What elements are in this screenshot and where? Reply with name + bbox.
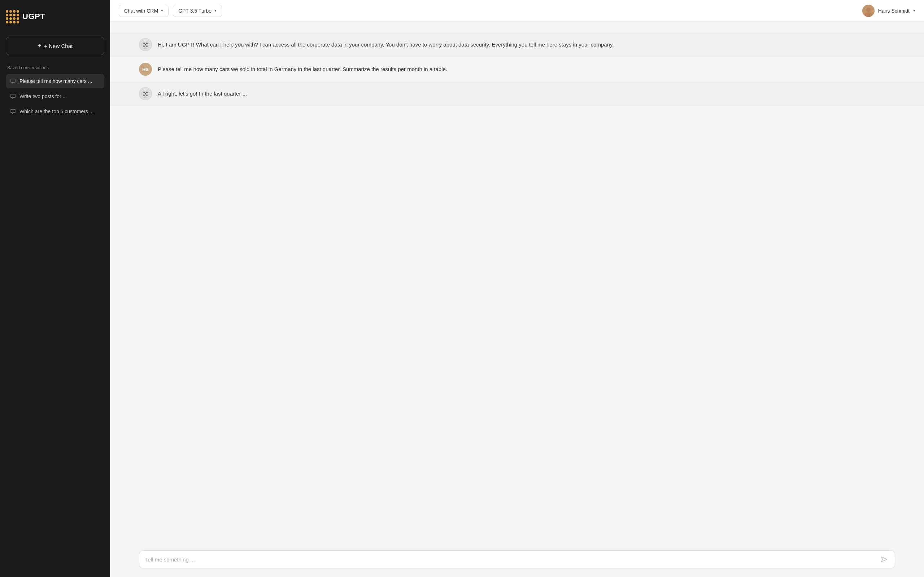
message-content: Please tell me how many cars we sold in … [158,63,895,74]
conversation-label: Please tell me how many cars ... [19,78,92,84]
ugpt-bot-icon [142,41,149,49]
svg-point-7 [143,45,145,47]
plus-icon: + [37,42,42,50]
svg-point-10 [143,92,145,93]
conversation-list: Please tell me how many cars ... Write t… [6,74,104,119]
new-chat-label: + New Chat [44,43,73,49]
chat-mode-label: Chat with CRM [124,8,158,14]
logo-icon [6,10,19,23]
user-avatar-message: HS [139,63,152,76]
svg-point-14 [146,95,148,96]
logo-text: UGPT [23,12,45,21]
user-avatar [862,5,874,17]
conversation-label: Write two posts for ... [19,93,67,99]
conversation-item[interactable]: Write two posts for ... [6,89,104,103]
model-chevron-icon: ▾ [215,8,216,13]
svg-point-6 [145,44,146,45]
header-left: Chat with CRM ▾ GPT-3.5 Turbo ▾ [119,5,222,17]
svg-point-1 [866,8,871,12]
chat-input[interactable] [145,555,879,564]
svg-point-4 [143,43,145,44]
message-row: HS Please tell me how many cars we sold … [110,57,924,82]
new-chat-button[interactable]: + + New Chat [6,37,104,55]
message-content: All right, let's go! In the last quarter… [158,87,895,98]
chat-mode-chevron-icon: ▾ [161,8,163,13]
bot-avatar-message [139,87,152,100]
model-label: GPT-3.5 Turbo [178,8,212,14]
logo-area: UGPT [6,7,104,26]
svg-point-13 [143,95,145,96]
model-dropdown[interactable]: GPT-3.5 Turbo ▾ [173,5,222,17]
chat-icon [10,93,16,99]
svg-point-8 [146,45,148,47]
message-row: Hi, I am UGPT! What can I help you with?… [110,32,924,57]
bot-avatar-message [139,38,152,51]
ugpt-bot-icon [142,90,149,98]
user-menu[interactable]: Hans Schmidt ▾ [862,5,915,17]
message-content: Hi, I am UGPT! What can I help you with?… [158,38,895,49]
send-icon [880,556,888,563]
saved-conversations-label: Saved conversations [6,65,104,70]
svg-point-12 [145,93,146,95]
chat-mode-dropdown[interactable]: Chat with CRM ▾ [119,5,168,17]
user-chevron-icon: ▾ [913,8,915,13]
chat-icon [10,78,16,84]
header: Chat with CRM ▾ GPT-3.5 Turbo ▾ Han [110,0,924,22]
conversation-label: Which are the top 5 customers ... [19,108,94,114]
input-wrapper [139,550,895,568]
conversation-item[interactable]: Please tell me how many cars ... [6,74,104,89]
svg-point-5 [146,43,148,44]
sidebar: UGPT + + New Chat Saved conversations Pl… [0,0,110,577]
message-row: All right, let's go! In the last quarter… [110,82,924,106]
main-area: Chat with CRM ▾ GPT-3.5 Turbo ▾ Han [110,0,924,577]
chat-area: Hi, I am UGPT! What can I help you with?… [110,22,924,545]
send-button[interactable] [879,554,889,564]
svg-point-11 [146,92,148,93]
avatar-face-icon [862,5,874,17]
chat-icon [10,108,16,114]
conversation-item[interactable]: Which are the top 5 customers ... [6,104,104,119]
user-name: Hans Schmidt [878,8,909,14]
input-area [110,545,924,577]
